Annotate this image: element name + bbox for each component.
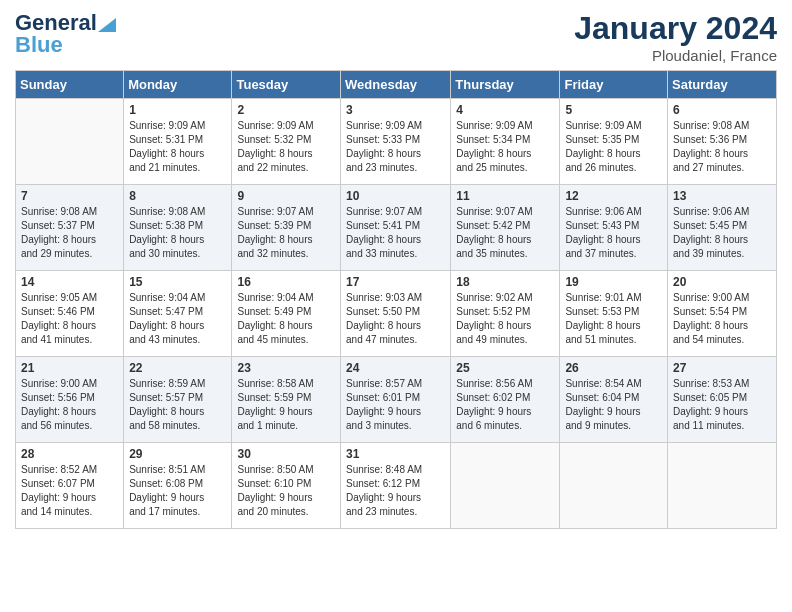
calendar-header-row: Sunday Monday Tuesday Wednesday Thursday… <box>16 71 777 99</box>
day-info: Sunrise: 8:51 AM Sunset: 6:08 PM Dayligh… <box>129 463 226 519</box>
day-number: 13 <box>673 189 771 203</box>
day-number: 2 <box>237 103 335 117</box>
calendar-row: 7Sunrise: 9:08 AM Sunset: 5:37 PM Daylig… <box>16 185 777 271</box>
day-number: 17 <box>346 275 445 289</box>
table-cell: 7Sunrise: 9:08 AM Sunset: 5:37 PM Daylig… <box>16 185 124 271</box>
day-info: Sunrise: 9:01 AM Sunset: 5:53 PM Dayligh… <box>565 291 662 347</box>
table-cell: 14Sunrise: 9:05 AM Sunset: 5:46 PM Dayli… <box>16 271 124 357</box>
table-cell <box>668 443 777 529</box>
day-number: 12 <box>565 189 662 203</box>
page-container: General Blue January 2024 Ploudaniel, Fr… <box>0 0 792 539</box>
table-cell: 25Sunrise: 8:56 AM Sunset: 6:02 PM Dayli… <box>451 357 560 443</box>
table-cell: 16Sunrise: 9:04 AM Sunset: 5:49 PM Dayli… <box>232 271 341 357</box>
table-cell: 5Sunrise: 9:09 AM Sunset: 5:35 PM Daylig… <box>560 99 668 185</box>
table-cell: 29Sunrise: 8:51 AM Sunset: 6:08 PM Dayli… <box>124 443 232 529</box>
table-cell: 20Sunrise: 9:00 AM Sunset: 5:54 PM Dayli… <box>668 271 777 357</box>
day-number: 7 <box>21 189 118 203</box>
table-cell: 17Sunrise: 9:03 AM Sunset: 5:50 PM Dayli… <box>341 271 451 357</box>
table-cell: 28Sunrise: 8:52 AM Sunset: 6:07 PM Dayli… <box>16 443 124 529</box>
table-cell: 26Sunrise: 8:54 AM Sunset: 6:04 PM Dayli… <box>560 357 668 443</box>
col-wednesday: Wednesday <box>341 71 451 99</box>
logo: General Blue <box>15 10 117 58</box>
logo-triangle-icon <box>98 14 116 32</box>
table-cell: 23Sunrise: 8:58 AM Sunset: 5:59 PM Dayli… <box>232 357 341 443</box>
day-info: Sunrise: 9:07 AM Sunset: 5:39 PM Dayligh… <box>237 205 335 261</box>
day-info: Sunrise: 9:03 AM Sunset: 5:50 PM Dayligh… <box>346 291 445 347</box>
table-cell <box>16 99 124 185</box>
day-info: Sunrise: 8:52 AM Sunset: 6:07 PM Dayligh… <box>21 463 118 519</box>
day-info: Sunrise: 9:09 AM Sunset: 5:32 PM Dayligh… <box>237 119 335 175</box>
calendar-row: 14Sunrise: 9:05 AM Sunset: 5:46 PM Dayli… <box>16 271 777 357</box>
day-info: Sunrise: 8:54 AM Sunset: 6:04 PM Dayligh… <box>565 377 662 433</box>
table-cell: 9Sunrise: 9:07 AM Sunset: 5:39 PM Daylig… <box>232 185 341 271</box>
svg-marker-0 <box>98 18 116 32</box>
day-number: 20 <box>673 275 771 289</box>
day-info: Sunrise: 9:00 AM Sunset: 5:54 PM Dayligh… <box>673 291 771 347</box>
day-number: 23 <box>237 361 335 375</box>
table-cell: 11Sunrise: 9:07 AM Sunset: 5:42 PM Dayli… <box>451 185 560 271</box>
calendar-row: 1Sunrise: 9:09 AM Sunset: 5:31 PM Daylig… <box>16 99 777 185</box>
day-info: Sunrise: 9:07 AM Sunset: 5:42 PM Dayligh… <box>456 205 554 261</box>
title-area: January 2024 Ploudaniel, France <box>574 10 777 64</box>
table-cell: 4Sunrise: 9:09 AM Sunset: 5:34 PM Daylig… <box>451 99 560 185</box>
day-number: 24 <box>346 361 445 375</box>
day-info: Sunrise: 9:07 AM Sunset: 5:41 PM Dayligh… <box>346 205 445 261</box>
day-number: 18 <box>456 275 554 289</box>
calendar: Sunday Monday Tuesday Wednesday Thursday… <box>15 70 777 529</box>
table-cell: 30Sunrise: 8:50 AM Sunset: 6:10 PM Dayli… <box>232 443 341 529</box>
day-number: 27 <box>673 361 771 375</box>
day-info: Sunrise: 9:09 AM Sunset: 5:35 PM Dayligh… <box>565 119 662 175</box>
day-info: Sunrise: 8:58 AM Sunset: 5:59 PM Dayligh… <box>237 377 335 433</box>
day-info: Sunrise: 9:04 AM Sunset: 5:49 PM Dayligh… <box>237 291 335 347</box>
day-number: 5 <box>565 103 662 117</box>
day-info: Sunrise: 8:53 AM Sunset: 6:05 PM Dayligh… <box>673 377 771 433</box>
day-number: 26 <box>565 361 662 375</box>
table-cell: 27Sunrise: 8:53 AM Sunset: 6:05 PM Dayli… <box>668 357 777 443</box>
col-friday: Friday <box>560 71 668 99</box>
table-cell: 22Sunrise: 8:59 AM Sunset: 5:57 PM Dayli… <box>124 357 232 443</box>
day-info: Sunrise: 8:50 AM Sunset: 6:10 PM Dayligh… <box>237 463 335 519</box>
table-cell: 13Sunrise: 9:06 AM Sunset: 5:45 PM Dayli… <box>668 185 777 271</box>
day-info: Sunrise: 9:02 AM Sunset: 5:52 PM Dayligh… <box>456 291 554 347</box>
table-cell: 15Sunrise: 9:04 AM Sunset: 5:47 PM Dayli… <box>124 271 232 357</box>
day-number: 1 <box>129 103 226 117</box>
calendar-row: 21Sunrise: 9:00 AM Sunset: 5:56 PM Dayli… <box>16 357 777 443</box>
day-number: 31 <box>346 447 445 461</box>
day-number: 6 <box>673 103 771 117</box>
col-tuesday: Tuesday <box>232 71 341 99</box>
day-info: Sunrise: 9:06 AM Sunset: 5:43 PM Dayligh… <box>565 205 662 261</box>
table-cell <box>560 443 668 529</box>
day-number: 16 <box>237 275 335 289</box>
day-info: Sunrise: 9:09 AM Sunset: 5:31 PM Dayligh… <box>129 119 226 175</box>
day-number: 11 <box>456 189 554 203</box>
day-info: Sunrise: 9:00 AM Sunset: 5:56 PM Dayligh… <box>21 377 118 433</box>
day-info: Sunrise: 9:04 AM Sunset: 5:47 PM Dayligh… <box>129 291 226 347</box>
table-cell: 24Sunrise: 8:57 AM Sunset: 6:01 PM Dayli… <box>341 357 451 443</box>
day-number: 19 <box>565 275 662 289</box>
location: Ploudaniel, France <box>574 47 777 64</box>
day-number: 8 <box>129 189 226 203</box>
day-info: Sunrise: 9:08 AM Sunset: 5:36 PM Dayligh… <box>673 119 771 175</box>
day-info: Sunrise: 9:09 AM Sunset: 5:34 PM Dayligh… <box>456 119 554 175</box>
table-cell: 31Sunrise: 8:48 AM Sunset: 6:12 PM Dayli… <box>341 443 451 529</box>
day-number: 4 <box>456 103 554 117</box>
table-cell <box>451 443 560 529</box>
day-info: Sunrise: 9:08 AM Sunset: 5:37 PM Dayligh… <box>21 205 118 261</box>
col-sunday: Sunday <box>16 71 124 99</box>
day-number: 29 <box>129 447 226 461</box>
day-info: Sunrise: 9:08 AM Sunset: 5:38 PM Dayligh… <box>129 205 226 261</box>
day-info: Sunrise: 8:48 AM Sunset: 6:12 PM Dayligh… <box>346 463 445 519</box>
day-number: 22 <box>129 361 226 375</box>
day-number: 10 <box>346 189 445 203</box>
day-number: 9 <box>237 189 335 203</box>
table-cell: 6Sunrise: 9:08 AM Sunset: 5:36 PM Daylig… <box>668 99 777 185</box>
day-info: Sunrise: 8:57 AM Sunset: 6:01 PM Dayligh… <box>346 377 445 433</box>
col-saturday: Saturday <box>668 71 777 99</box>
table-cell: 10Sunrise: 9:07 AM Sunset: 5:41 PM Dayli… <box>341 185 451 271</box>
col-monday: Monday <box>124 71 232 99</box>
table-cell: 1Sunrise: 9:09 AM Sunset: 5:31 PM Daylig… <box>124 99 232 185</box>
day-number: 3 <box>346 103 445 117</box>
col-thursday: Thursday <box>451 71 560 99</box>
day-number: 15 <box>129 275 226 289</box>
day-number: 25 <box>456 361 554 375</box>
